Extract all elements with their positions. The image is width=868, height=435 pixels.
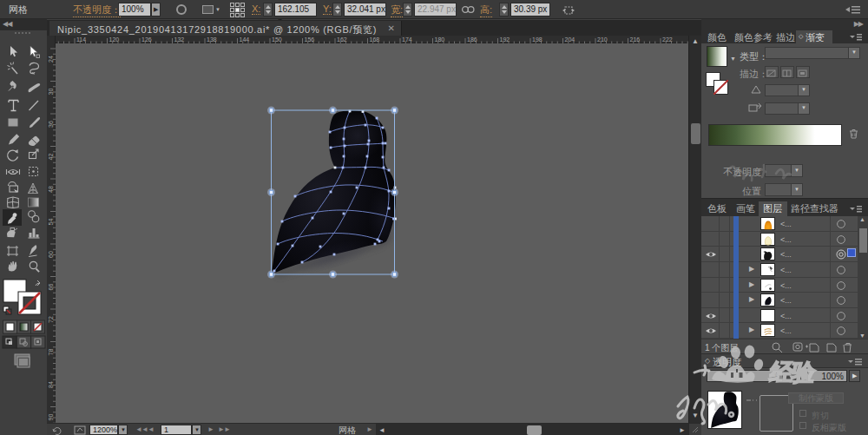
- svg-text:216: 216: [630, 36, 641, 43]
- svg-text:180: 180: [435, 36, 445, 43]
- svg-text:204: 204: [565, 36, 575, 43]
- svg-text:138: 138: [207, 36, 217, 43]
- svg-text:126: 126: [141, 36, 152, 43]
- svg-text:60: 60: [48, 251, 54, 258]
- svg-text:222: 222: [662, 36, 673, 43]
- svg-text:90: 90: [48, 414, 54, 421]
- svg-text:72: 72: [48, 316, 54, 323]
- svg-text:42: 42: [48, 154, 54, 161]
- svg-text:144: 144: [240, 36, 250, 43]
- svg-text:114: 114: [76, 36, 86, 43]
- svg-text:132: 132: [174, 36, 185, 43]
- svg-text:168: 168: [370, 36, 380, 43]
- svg-text:120: 120: [109, 36, 120, 43]
- svg-text:192: 192: [500, 36, 510, 43]
- svg-text:54: 54: [48, 219, 54, 226]
- svg-text:162: 162: [337, 36, 347, 43]
- svg-text:198: 198: [532, 36, 542, 43]
- svg-text:156: 156: [305, 36, 315, 43]
- svg-text:150: 150: [272, 36, 282, 43]
- svg-text:48: 48: [48, 186, 54, 193]
- svg-text:186: 186: [467, 36, 477, 43]
- svg-text:24: 24: [48, 56, 54, 63]
- svg-text:66: 66: [48, 284, 54, 291]
- svg-text:78: 78: [48, 349, 54, 356]
- svg-text:174: 174: [402, 36, 412, 43]
- svg-text:30: 30: [48, 89, 54, 96]
- svg-text:210: 210: [597, 36, 608, 43]
- svg-text:36: 36: [48, 121, 54, 128]
- svg-text:84: 84: [48, 381, 54, 388]
